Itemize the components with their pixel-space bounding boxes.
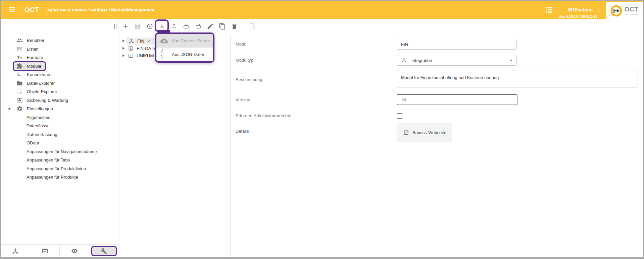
sidebar-item-einstellungen[interactable]: Einstellungen <box>1 105 118 113</box>
modultyp-select[interactable]: Integration <box>397 55 517 66</box>
edit-button[interactable] <box>206 22 214 30</box>
panel-resize-handle[interactable] <box>114 24 116 29</box>
import-box-icon <box>128 46 134 51</box>
sidebar-item-konnektoren[interactable]: Konnektoren <box>1 70 118 79</box>
sidebar-item-anpassungen-produkte[interactable]: Anpassungen für Produkte <box>1 173 118 182</box>
sidebar-item-label: Konnektoren <box>27 72 52 77</box>
sidebar-item-label: Formate <box>27 55 43 60</box>
sidebar-item-anpassungen-navigationsbaeume[interactable]: Anpassungen für Navigationsbäume <box>1 147 118 156</box>
integration-icon <box>401 58 407 63</box>
sidebar-item-datenfluesse[interactable]: Datenflüsse <box>1 122 118 130</box>
sidebar-item-datei-explorer[interactable]: Datei-Explorer <box>1 79 118 88</box>
external-link-icon <box>403 130 409 135</box>
sidebar-item-datenerfassung[interactable]: Datenerfassung <box>1 130 118 139</box>
menu-item-aus-json-datei[interactable]: { } Aus JSON-Datei <box>156 48 213 61</box>
save-button[interactable] <box>134 22 142 30</box>
user-name[interactable]: W10\admin <box>568 7 593 12</box>
module-tree-panel: FIN ✓ FIN-DATE UNIKUM- <box>118 35 231 257</box>
sidebar-item-benutzer[interactable]: Benutzer <box>1 36 118 45</box>
beschreibung-textarea[interactable]: Modul für Finanzbuchhaltung und Kostenre… <box>397 70 638 87</box>
sidebar: Benutzer Listen Formate Module Konnektor… <box>1 19 118 257</box>
sidebar-item-anpassungen-tabs[interactable]: Anpassungen für Tabs <box>1 156 118 165</box>
remove-definition-button[interactable] <box>194 22 202 30</box>
copy-button[interactable] <box>218 22 226 30</box>
module-selected-highlight: Module <box>13 61 46 71</box>
preview-tab-button[interactable] <box>59 245 89 257</box>
sidebar-child-label: OData <box>27 140 39 145</box>
sidebar-child-label: Datenflüsse <box>27 123 50 128</box>
sidebar-item-listen[interactable]: Listen <box>1 45 118 54</box>
breadcrumb: <give me a name> / settings / ModuleMana… <box>47 7 155 12</box>
apps-grid-icon[interactable] <box>546 7 552 13</box>
administratorrechte-checkbox[interactable] <box>397 113 402 119</box>
sidebar-item-allgemeines[interactable]: Allgemeines <box>1 113 118 122</box>
sidebar-child-label: Datenerfassung <box>27 132 57 137</box>
field-label-modul: Modul <box>236 41 247 47</box>
sidebar-item-label: Module <box>27 64 41 69</box>
sidebar-child-label: Allgemeines <box>27 115 50 120</box>
download-import-button[interactable] <box>158 22 166 30</box>
saxess-website-link[interactable]: Saxess-Webseite <box>397 123 452 142</box>
wrench-icon <box>101 248 107 254</box>
sidebar-item-odata[interactable]: OData <box>1 139 118 147</box>
layout-icon <box>42 248 48 254</box>
modul-value: FIN <box>401 42 408 47</box>
sidebar-child-label: Anpassungen für Tabs <box>27 157 70 163</box>
document-diff-button[interactable] <box>248 22 256 30</box>
integration-icon <box>129 38 134 44</box>
logo-tagline: one cool tool <box>625 13 639 15</box>
tools-tab-button[interactable] <box>89 245 118 257</box>
modul-input[interactable]: FIN <box>397 39 517 50</box>
sidebar-child-label: Anpassungen für Produkte <box>27 175 78 180</box>
version-input[interactable]: 34 <box>397 94 517 105</box>
import-dropdown-menu: Von Content-Server { } Aus JSON-Datei <box>155 33 214 63</box>
list-icon <box>16 46 23 52</box>
sidebar-item-label: Listen <box>27 47 39 52</box>
field-label-version: Version <box>236 97 250 103</box>
chevron-right-icon[interactable] <box>122 54 125 57</box>
kebab-menu-icon[interactable]: ⋮ <box>596 7 602 13</box>
menu-icon[interactable] <box>9 7 15 12</box>
chevron-right-icon[interactable] <box>122 40 125 42</box>
tools-active-highlight <box>91 246 117 256</box>
menu-item-von-content-server[interactable]: Von Content-Server <box>156 34 213 48</box>
sidebar-item-anpassungen-produktlinien[interactable]: Anpassungen für Produktlinien <box>1 165 118 173</box>
import-definition-button[interactable] <box>182 22 190 30</box>
hub-icon <box>12 248 19 254</box>
text-format-icon <box>16 54 23 61</box>
integration-tab-button[interactable] <box>1 245 30 257</box>
users-icon <box>16 37 23 44</box>
tree-item-label: FIN-DATE <box>137 46 156 51</box>
sidebar-child-label: Anpassungen für Produktlinien <box>27 166 86 171</box>
sidebar-item-module[interactable]: Module <box>1 62 118 71</box>
tables-tab-button[interactable] <box>30 245 59 257</box>
add-button[interactable] <box>121 22 130 30</box>
upload-export-button[interactable] <box>170 22 178 30</box>
sidebar-item-label: Sicherung & Wartung <box>27 98 68 103</box>
sidebar-item-label: Benutzer <box>27 38 44 43</box>
chevron-right-icon[interactable] <box>122 47 125 50</box>
sidebar-bottom-toolbar <box>1 244 118 257</box>
field-label-modultyp: Modultyp <box>236 57 253 63</box>
menu-item-label: Aus JSON-Datei <box>172 52 204 57</box>
version-value: 34 <box>401 97 406 102</box>
tree-item-label: UNIKUM- <box>137 53 155 58</box>
toolbar <box>118 19 643 34</box>
delete-button[interactable] <box>230 22 238 30</box>
cloud-download-icon <box>160 37 168 45</box>
version-info: App 5.10.18 | DB 5.10.18 <box>559 15 597 18</box>
field-label-administratorrechte: Erfordert Administratorrechte <box>236 113 291 119</box>
beschreibung-value: Modul für Finanzbuchhaltung und Kostenre… <box>401 75 499 80</box>
sidebar-item-formate[interactable]: Formate <box>1 53 118 62</box>
sidebar-item-objekt-explorer[interactable]: Objekt-Explorer <box>1 87 118 96</box>
sidebar-item-sicherung-wartung[interactable]: Sicherung & Wartung <box>1 96 118 105</box>
tree-item-label: FIN <box>137 39 144 44</box>
chevron-down-icon[interactable] <box>8 108 11 110</box>
app-window: OCT <give me a name> / settings / Module… <box>0 0 644 259</box>
top-bar: OCT <give me a name> / settings / Module… <box>1 1 643 19</box>
modultyp-value: Integration <box>411 58 432 63</box>
restore-button[interactable] <box>146 22 154 30</box>
logo-text: OCT <box>625 6 639 12</box>
menu-item-label: Von Content-Server <box>172 38 210 43</box>
toolbar-separator <box>243 22 243 31</box>
